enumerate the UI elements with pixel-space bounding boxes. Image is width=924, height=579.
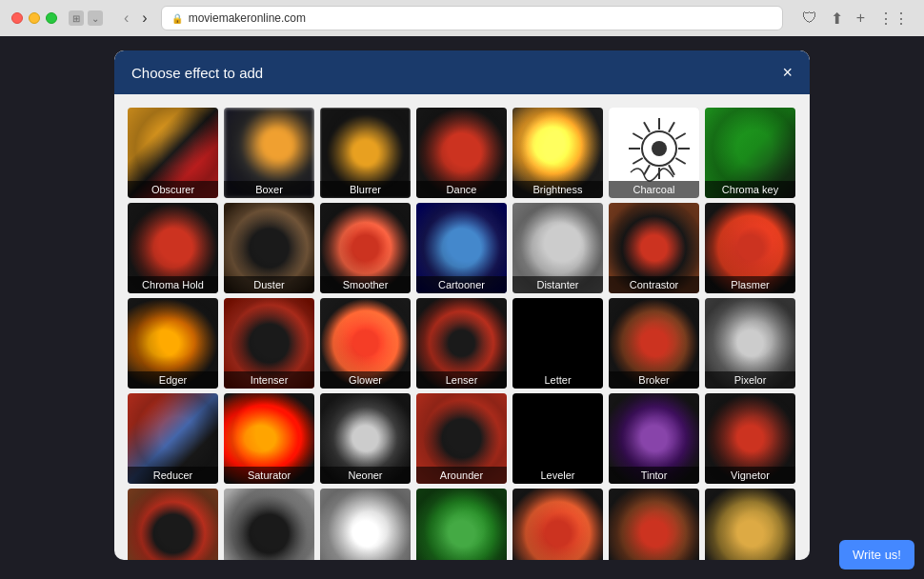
new-tab-button[interactable]: + [853,8,869,29]
effect-label-charcoal: Charcoal [609,181,699,198]
effect-label-lenser: Lenser [416,371,507,389]
back-button[interactable]: ‹ [118,8,134,29]
effect-label-glower: Glower [320,371,411,389]
effect-label-boxer: Boxer [224,181,314,198]
svg-line-3 [675,158,685,164]
effect-label-plasmer: Plasmer [705,276,795,293]
browser-chrome: ⊞ ⌄ ‹ › 🔒 moviemakeronline.com 🛡 ⬆ + ⋮⋮ [0,0,924,36]
svg-line-12 [669,122,674,131]
effects-modal: Choose effect to add × ObscurerBoxerBlur… [114,50,810,560]
effect-letter[interactable]: Letter [512,298,603,389]
effect-label-intenser: Intenser [224,371,314,389]
effect-sepiator[interactable]: Sepiator [705,489,795,560]
sidebar-toggle[interactable]: ⊞ [69,10,84,26]
effect-canvas-greyer [224,489,314,560]
effect-label-obscurer: Obscurer [128,181,218,198]
effect-label-arounder: Arounder [416,467,507,484]
effect-olderer[interactable]: Olderer [609,489,699,560]
share-button[interactable]: ⬆ [827,8,847,30]
effect-label-vignetor: Vignetor [705,467,795,484]
modal-title: Choose effect to add [131,65,263,81]
effect-distanter[interactable]: Distanter [512,203,603,293]
effect-label-leveler: Leveler [512,467,603,484]
window-menu[interactable]: ⌄ [88,10,103,26]
nav-buttons: ‹ › [118,8,153,29]
effect-glower[interactable]: Glower [320,298,411,389]
browser-content: Choose effect to add × ObscurerBoxerBlur… [0,36,924,579]
effect-vignetor[interactable]: Vignetor [705,393,795,484]
effect-charcoal[interactable]: Charcoal [609,108,699,198]
effect-grainer[interactable]: Grainer [128,489,218,560]
effect-chromakey[interactable]: Chroma key [705,108,795,198]
url-text: moviemakeronline.com [189,11,306,25]
effect-contrastor[interactable]: Contrastor [609,203,699,293]
extensions-button[interactable]: ⋮⋮ [874,8,913,30]
effect-smoother[interactable]: Smoother [320,203,411,293]
effect-edger[interactable]: Edger [128,298,218,389]
effect-saturator[interactable]: Saturator [224,393,314,484]
forward-button[interactable]: › [136,8,152,29]
effect-mirrorer[interactable]: Mirrorer [512,489,603,560]
effect-label-blurrer: Blurrer [320,181,411,198]
effect-label-distanter: Distanter [512,276,603,293]
traffic-lights [11,12,57,24]
effect-neoner[interactable]: Neoner [320,393,411,484]
effect-leveler[interactable]: Leveler [512,393,603,484]
effect-canvas-sepiator [705,489,795,560]
effect-label-neoner: Neoner [320,467,411,484]
effect-canvas-olderer [609,489,699,560]
modal-body: ObscurerBoxerBlurrerDanceBrightness Char… [114,94,810,560]
effect-label-letter: Letter [512,371,603,389]
effect-label-reducer: Reducer [128,467,218,484]
effect-broker[interactable]: Broker [609,298,699,389]
lock-icon: 🔒 [171,13,183,24]
shield-icon[interactable]: 🛡 [798,8,821,29]
effect-label-cartooner: Cartooner [416,276,507,293]
svg-line-7 [633,158,642,164]
effect-plasmer[interactable]: Plasmer [705,203,795,293]
effect-scratcher[interactable]: Scratcher [416,489,507,560]
effect-canvas-mirrorer [512,489,603,560]
effect-arounder[interactable]: Arounder [416,393,507,484]
effect-label-saturator: Saturator [224,467,314,484]
effect-intenser[interactable]: Intenser [224,298,314,389]
effect-cartooner[interactable]: Cartooner [416,203,507,293]
effect-reducer[interactable]: Reducer [128,393,218,484]
effect-tintor[interactable]: Tintor [609,393,699,484]
window-controls: ⊞ ⌄ [69,10,103,26]
address-bar[interactable]: 🔒 moviemakeronline.com [161,6,783,30]
effects-grid: ObscurerBoxerBlurrerDanceBrightness Char… [128,108,796,560]
effect-invertor[interactable]: Invertor [320,489,411,560]
effect-duster[interactable]: Duster [224,203,314,293]
close-button[interactable] [11,12,23,24]
effect-label-chromakey: Chroma key [705,181,795,198]
effect-label-chromahold: Chroma Hold [128,276,218,293]
write-us-button[interactable]: Write us! [839,540,914,569]
svg-line-13 [675,133,685,139]
toolbar-actions: 🛡 ⬆ + ⋮⋮ [798,8,913,30]
effect-blurrer[interactable]: Blurrer [320,108,411,198]
effect-boxer[interactable]: Boxer [224,108,314,198]
svg-point-1 [652,141,667,156]
svg-line-9 [633,133,642,139]
effect-lenser[interactable]: Lenser [416,298,507,389]
maximize-button[interactable] [46,12,57,24]
effect-greyer[interactable]: Greyer [224,489,314,560]
title-bar: ⊞ ⌄ ‹ › 🔒 moviemakeronline.com 🛡 ⬆ + ⋮⋮ [0,0,924,36]
modal-header: Choose effect to add × [114,50,810,94]
minimize-button[interactable] [29,12,40,24]
effect-label-tintor: Tintor [609,467,699,484]
svg-line-6 [644,165,650,174]
effect-dance[interactable]: Dance [416,108,507,198]
effect-pixelor[interactable]: Pixelor [705,298,795,389]
effect-label-dance: Dance [416,181,507,198]
effect-label-smoother: Smoother [320,276,411,293]
effect-canvas-scratcher [416,489,507,560]
effect-canvas-grainer [128,489,218,560]
effect-canvas-invertor [320,489,411,560]
svg-line-10 [644,122,650,131]
effect-brightness[interactable]: Brightness [512,108,603,198]
effect-obscurer[interactable]: Obscurer [128,108,218,198]
modal-close-button[interactable]: × [782,64,793,81]
effect-chromahold[interactable]: Chroma Hold [128,203,218,293]
